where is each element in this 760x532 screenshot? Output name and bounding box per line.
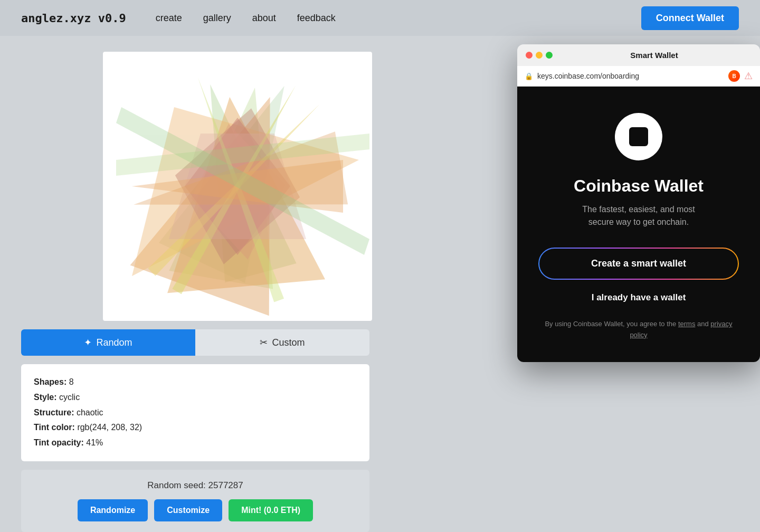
style-value: cyclic [59, 393, 80, 402]
already-have-wallet-link[interactable]: I already have a wallet [592, 292, 686, 303]
artwork-canvas [103, 52, 372, 321]
wallet-tagline: The fastest, easiest, and mostsecure way… [582, 203, 695, 229]
close-button[interactable] [526, 52, 533, 59]
seed-text: Random seed: 2577287 [34, 480, 357, 491]
tint-opacity-label: Tint opacity: [34, 438, 84, 447]
minimize-button[interactable] [536, 52, 543, 59]
seed-buttons: Randomize Customize Mint! (0.0 ETH) [34, 499, 357, 521]
customize-button[interactable]: Customize [154, 499, 222, 521]
wallet-addressbar: 🔒 keys.coinbase.com/onboarding B ⚠ [517, 66, 760, 87]
custom-label: Custom [272, 337, 305, 348]
tab-random[interactable]: ✦ Random [21, 329, 195, 356]
nav-about[interactable]: about [244, 8, 284, 28]
shapes-row: Shapes: 8 [34, 375, 357, 390]
maximize-button[interactable] [546, 52, 553, 59]
wallet-titlebar: Smart Wallet [517, 44, 760, 66]
shapes-label: Shapes: [34, 377, 66, 386]
random-icon: ✦ [84, 337, 92, 348]
wallet-terms: By using Coinbase Wallet, you agree to t… [538, 319, 739, 341]
wallet-logo-square [629, 127, 648, 146]
main-content: ✦ Random ✂ Custom Shapes: 8 Style: cycli… [0, 36, 760, 532]
create-smart-wallet-button[interactable]: Create a smart wallet [538, 248, 739, 280]
nav-create[interactable]: create [147, 8, 191, 28]
lock-icon: 🔒 [525, 72, 533, 80]
tint-color-label: Tint color: [34, 423, 75, 432]
tint-color-value: rgb(244, 208, 32) [77, 423, 142, 432]
wallet-name: Coinbase Wallet [574, 176, 704, 196]
tint-color-row: Tint color: rgb(244, 208, 32) [34, 420, 357, 435]
brave-icon: B [728, 70, 740, 82]
wallet-logo [615, 113, 662, 160]
traffic-lights [526, 52, 553, 59]
and-text: and [697, 320, 709, 328]
tab-custom[interactable]: ✂ Custom [195, 329, 369, 356]
nav-gallery[interactable]: gallery [195, 8, 240, 28]
custom-icon: ✂ [260, 337, 268, 348]
properties-panel: Shapes: 8 Style: cyclic Structure: chaot… [21, 364, 369, 461]
main-nav: create gallery about feedback [147, 8, 641, 28]
left-panel: ✦ Random ✂ Custom Shapes: 8 Style: cycli… [21, 52, 454, 532]
connect-wallet-button[interactable]: Connect Wallet [641, 6, 739, 30]
wallet-body: Coinbase Wallet The fastest, easiest, an… [517, 87, 760, 362]
shapes-value: 8 [69, 377, 74, 386]
wallet-title: Smart Wallet [557, 51, 752, 60]
randomize-button[interactable]: Randomize [78, 499, 148, 521]
tint-opacity-value: 41% [86, 438, 103, 447]
shield-icon: ⚠ [744, 70, 753, 82]
terms-link[interactable]: terms [678, 320, 696, 328]
wallet-popup: Smart Wallet 🔒 keys.coinbase.com/onboard… [517, 44, 760, 362]
tint-opacity-row: Tint opacity: 41% [34, 435, 357, 451]
terms-text: By using Coinbase Wallet, you agree to t… [545, 320, 676, 328]
style-row: Style: cyclic [34, 390, 357, 405]
header: anglez.xyz v0.9 create gallery about fee… [0, 0, 760, 36]
style-label: Style: [34, 393, 57, 402]
structure-row: Structure: chaotic [34, 405, 357, 421]
tabs-container: ✦ Random ✂ Custom [21, 329, 369, 356]
mint-button[interactable]: Mint! (0.0 ETH) [229, 499, 313, 521]
seed-panel: Random seed: 2577287 Randomize Customize… [21, 470, 369, 532]
random-label: Random [96, 337, 132, 348]
structure-value: chaotic [77, 408, 103, 417]
logo: anglez.xyz v0.9 [21, 12, 126, 25]
structure-label: Structure: [34, 408, 74, 417]
wallet-address[interactable]: keys.coinbase.com/onboarding [537, 72, 724, 80]
nav-feedback[interactable]: feedback [289, 8, 344, 28]
